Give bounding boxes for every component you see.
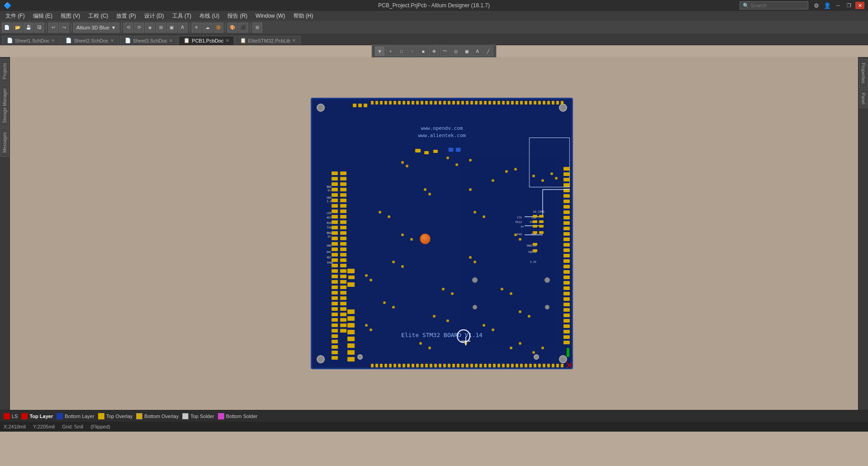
window-title: PCB_Project.PrjPcb - Altium Designer (18… [378,2,490,9]
tab-close[interactable]: ✕ [51,38,55,43]
menu-project[interactable]: 工程 (C) [85,11,112,21]
tab-pcblib[interactable]: 📋 EliteSTM32.PcbLib ✕ [235,36,301,45]
menu-tools[interactable]: 工具 (T) [169,11,195,21]
svg-point-241 [472,277,477,283]
export-btn[interactable]: ↑ [407,46,417,56]
menu-edit[interactable]: 编辑 (E) [29,11,56,21]
line-btn[interactable]: ╱ [483,46,493,56]
svg-rect-175 [511,364,514,367]
menu-window[interactable]: Window (W) [252,12,288,20]
layer-bottom[interactable]: Bottom Layer [57,413,94,419]
tab-close[interactable]: ✕ [110,38,114,43]
layer-bottom-solder[interactable]: Bottom Solder [218,413,258,419]
layer-top-solder[interactable]: Top Solder [182,413,214,419]
svg-rect-261 [347,330,354,334]
wire-btn[interactable]: 〜 [440,46,450,56]
storage-panel-tab[interactable]: Storage Manager [0,84,9,127]
svg-rect-9 [411,101,414,105]
menu-design[interactable]: 设计 (D) [141,11,168,21]
view-dropdown[interactable]: Altium 3D Blue ▼ [73,23,119,33]
layer-bottom-overlay[interactable]: Bottom Overlay [136,413,179,419]
pcb-board: www.opendv.com www.alientek.com Elite ST… [311,98,573,369]
layer-top-overlay[interactable]: Top Overlay [98,413,133,419]
tab-sheet2[interactable]: 📄 Sheet2.SchDoc ✕ [61,36,118,45]
svg-rect-43 [353,104,356,107]
properties-tab[interactable]: Properties [859,59,868,88]
svg-rect-183 [547,364,550,367]
sep6 [250,23,250,32]
3d-btn4[interactable]: ⊞ [156,23,166,33]
svg-rect-170 [488,364,491,367]
3d-btn3[interactable]: ◈ [145,23,155,33]
save-all-btn[interactable]: 🖫 [34,23,44,33]
messages-panel-tab[interactable]: Messages [0,128,9,157]
color-btn2[interactable]: ⬛ [238,23,248,33]
svg-rect-153 [411,364,414,367]
layer-top[interactable]: Top Layer [21,413,53,419]
3d-btn6[interactable]: A [178,23,188,33]
tab-label: Sheet1.SchDoc [15,38,49,43]
component-btn[interactable]: ■ [418,46,428,56]
canvas-area[interactable]: www.opendv.com www.alientek.com Elite ST… [10,57,858,410]
svg-rect-94 [331,253,338,257]
svg-rect-92 [331,242,338,246]
menu-file[interactable]: 文件 (F) [2,11,28,21]
close-button[interactable]: ✕ [855,2,864,9]
text-btn[interactable]: A [472,46,482,56]
light-btn3[interactable]: 🔆 [213,23,223,33]
light-btn1[interactable]: ☀ [192,23,202,33]
tab-close[interactable]: ✕ [169,38,173,43]
svg-rect-22 [470,101,473,105]
pad-btn[interactable]: ▣ [462,46,472,56]
restore-button[interactable]: ❐ [844,2,854,9]
add-btn[interactable]: + [386,46,396,56]
via-btn[interactable]: ◎ [451,46,461,56]
svg-rect-95 [331,258,338,262]
tab-pcb1[interactable]: 📋 PCB1.PcbDoc ✕ [179,36,234,45]
layer-ls[interactable]: LS [4,413,18,419]
svg-rect-0 [371,101,373,105]
color-btn1[interactable]: 🎨 [227,23,237,33]
svg-rect-274 [456,148,460,152]
menu-help[interactable]: 帮助 (H) [290,11,317,21]
grid-btn[interactable]: ⊞ [252,23,262,33]
minimize-button[interactable]: ─ [834,2,843,9]
redo-btn[interactable]: ↪ [59,23,69,33]
tab-close[interactable]: ✕ [292,38,296,43]
select-btn[interactable]: □ [396,46,406,56]
3d-btn2[interactable]: ⟳ [134,23,144,33]
user-icon[interactable]: 👤 [823,2,832,9]
svg-rect-186 [561,364,563,367]
menu-place[interactable]: 放置 (P) [113,11,139,21]
open-btn[interactable]: 📂 [13,23,23,33]
svg-rect-158 [434,364,437,367]
filter-btn[interactable]: ▼ [375,46,385,56]
move-btn[interactable]: ✥ [429,46,439,56]
new-btn[interactable]: 📄 [2,23,12,33]
svg-rect-130 [340,258,346,262]
projects-panel-tab[interactable]: Projects [0,59,9,83]
svg-rect-265 [347,357,354,361]
save-btn[interactable]: 💾 [24,23,33,33]
undo-btn[interactable]: ↩ [48,23,58,33]
tab-close[interactable]: ✕ [226,38,229,43]
search-box[interactable]: 🔍 [740,1,808,10]
3d-btn5[interactable]: ▣ [167,23,177,33]
3d-btn1[interactable]: ⟲ [123,23,133,33]
layer-color-ls [4,413,10,419]
sep3 [121,23,122,32]
svg-point-216 [482,324,485,327]
search-input[interactable] [751,3,805,8]
settings-icon[interactable]: ⚙ [812,2,821,9]
menu-reports[interactable]: 报告 (R) [224,11,251,21]
tab-sheet1[interactable]: 📄 Sheet1.SchDoc ✕ [2,36,60,45]
tab-sheet3[interactable]: 📄 Sheet3.SchDoc ✕ [120,36,178,45]
light-btn2[interactable]: ☁ [203,23,212,33]
tab-label: Sheet3.SchDoc [133,38,167,43]
tab-icon: 📄 [7,38,13,43]
menu-route[interactable]: 布线 (U) [196,11,223,21]
panel-tab[interactable]: Panel [859,89,868,109]
svg-rect-264 [347,350,354,355]
menu-view[interactable]: 视图 (V) [57,11,84,21]
svg-point-200 [401,233,404,236]
